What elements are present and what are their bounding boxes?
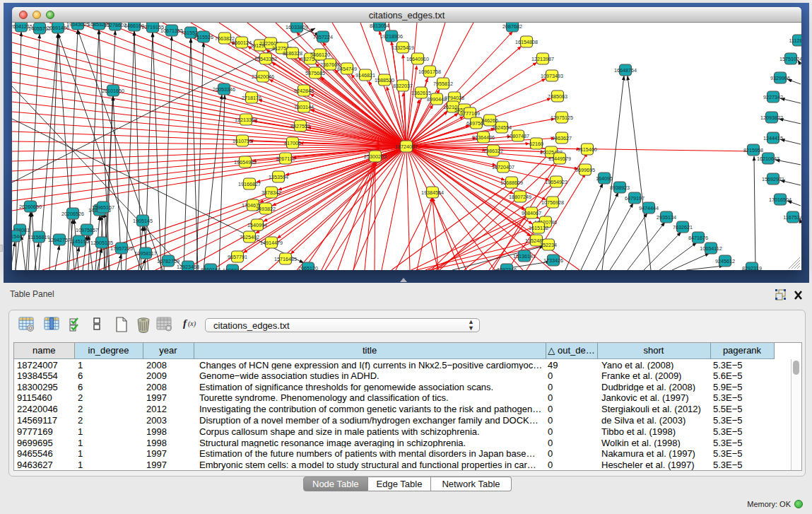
svg-text:9794028: 9794028 — [445, 95, 464, 101]
svg-text:17016504: 17016504 — [769, 197, 792, 203]
svg-text:21364436: 21364436 — [472, 134, 495, 141]
svg-text:12975125: 12975125 — [551, 115, 573, 121]
svg-text:417006: 417006 — [284, 140, 301, 146]
svg-text:1145195: 1145195 — [69, 238, 88, 245]
svg-text:2065120: 2065120 — [298, 265, 318, 271]
svg-text:12093822: 12093822 — [760, 115, 783, 121]
svg-text:10654112: 10654112 — [700, 245, 722, 252]
svg-text:26260650: 26260650 — [19, 204, 42, 210]
svg-text:10671355: 10671355 — [160, 28, 183, 34]
svg-text:10756928: 10756928 — [541, 199, 564, 206]
svg-text:19384554: 19384554 — [421, 189, 444, 196]
svg-text:7632621: 7632621 — [673, 224, 693, 230]
svg-text:15720407: 15720407 — [492, 164, 514, 170]
svg-text:9460184: 9460184 — [201, 267, 220, 271]
svg-text:1733426: 1733426 — [543, 257, 563, 264]
svg-text:9242848: 9242848 — [294, 88, 314, 94]
svg-text:14914479: 14914479 — [260, 240, 283, 246]
svg-text:f: f — [183, 317, 188, 329]
svg-text:9245612: 9245612 — [715, 258, 735, 264]
svg-text:18724007: 18724007 — [395, 144, 418, 150]
svg-text:19343025: 19343025 — [66, 23, 89, 28]
svg-text:13449579: 13449579 — [548, 156, 571, 162]
svg-text:11156819: 11156819 — [28, 234, 50, 240]
svg-text:26053346: 26053346 — [213, 86, 235, 93]
svg-text:7803144: 7803144 — [294, 104, 314, 110]
svg-text:19218906: 19218906 — [380, 33, 403, 40]
svg-text:7986322: 7986322 — [483, 148, 503, 154]
svg-text:8215958: 8215958 — [743, 147, 763, 153]
svg-text:8471676: 8471676 — [688, 235, 708, 241]
svg-text:19166827: 19166827 — [238, 181, 261, 187]
svg-text:17957225: 17957225 — [110, 245, 133, 252]
svg-text:2935134: 2935134 — [657, 214, 676, 221]
svg-text:16033809: 16033809 — [286, 24, 308, 30]
svg-text:(x): (x) — [188, 320, 196, 328]
svg-text:1588520: 1588520 — [375, 77, 394, 83]
svg-text:9657791: 9657791 — [228, 254, 247, 260]
svg-text:10973493: 10973493 — [541, 73, 563, 79]
svg-text:6479197: 6479197 — [625, 195, 645, 201]
svg-text:20206526: 20206526 — [61, 211, 84, 217]
svg-text:16210643: 16210643 — [757, 156, 779, 162]
svg-text:8292319: 8292319 — [742, 265, 762, 271]
svg-text:23420046: 23420046 — [252, 74, 274, 80]
svg-text:3915447: 3915447 — [12, 233, 25, 240]
svg-text:10975857: 10975857 — [76, 227, 98, 233]
svg-text:5875685: 5875685 — [305, 70, 325, 76]
svg-text:15278602: 15278602 — [104, 23, 126, 28]
svg-text:9329966: 9329966 — [770, 75, 790, 81]
svg-text:1610755: 1610755 — [233, 138, 252, 144]
svg-text:9115460: 9115460 — [577, 146, 596, 153]
svg-text:16961758: 16961758 — [418, 69, 441, 75]
svg-text:15716485: 15716485 — [274, 256, 297, 262]
svg-text:8813054: 8813054 — [370, 23, 389, 29]
svg-text:9474444: 9474444 — [639, 205, 659, 211]
svg-text:1362615: 1362615 — [411, 90, 431, 96]
svg-text:13325419: 13325419 — [392, 45, 414, 51]
svg-text:15965167: 15965167 — [92, 204, 114, 211]
svg-text:5466120: 5466120 — [310, 52, 330, 58]
svg-text:8990448: 8990448 — [427, 96, 447, 103]
svg-text:9463627: 9463627 — [552, 135, 572, 141]
svg-text:10543392: 10543392 — [254, 56, 277, 62]
svg-text:8186328: 8186328 — [283, 50, 302, 57]
svg-text:3493822: 3493822 — [256, 206, 276, 212]
svg-text:9227342: 9227342 — [763, 94, 783, 100]
svg-text:3624554: 3624554 — [492, 124, 512, 131]
svg-text:3878342: 3878342 — [261, 189, 281, 196]
svg-text:746266: 746266 — [481, 117, 498, 124]
svg-text:15692971: 15692971 — [762, 176, 784, 182]
svg-text:1167534: 1167534 — [783, 214, 801, 221]
svg-text:9084067: 9084067 — [522, 210, 541, 216]
svg-text:164095: 164095 — [596, 175, 613, 182]
svg-text:12213987: 12213987 — [531, 56, 554, 62]
svg-text:62160: 62160 — [529, 141, 543, 147]
svg-text:7955812: 7955812 — [433, 81, 453, 87]
svg-text:8322037: 8322037 — [393, 83, 413, 89]
svg-text:15751074: 15751074 — [779, 56, 801, 62]
svg-text:9146821: 9146821 — [355, 72, 375, 78]
svg-text:16154808: 16154808 — [515, 39, 538, 45]
svg-text:8938923: 8938923 — [610, 185, 630, 191]
svg-text:8660124: 8660124 — [232, 40, 252, 46]
svg-text:7485063: 7485063 — [548, 93, 567, 100]
svg-text:1905145: 1905145 — [133, 218, 153, 224]
svg-text:12942757: 12942757 — [48, 237, 71, 243]
svg-text:19654982: 19654982 — [234, 159, 257, 165]
svg-text:1353594: 1353594 — [269, 174, 288, 180]
svg-text:2718176: 2718176 — [242, 95, 261, 101]
svg-text:9699695: 9699695 — [575, 167, 595, 173]
svg-text:7625402: 7625402 — [240, 234, 259, 240]
svg-text:19654923: 19654923 — [545, 179, 567, 185]
svg-text:1540994: 1540994 — [247, 222, 267, 228]
svg-text:1615132: 1615132 — [529, 225, 548, 231]
svg-text:10958117: 10958117 — [134, 250, 156, 257]
svg-text:8454749: 8454749 — [337, 66, 357, 72]
svg-text:8427552: 8427552 — [290, 123, 310, 129]
svg-text:12923468: 12923468 — [177, 264, 199, 270]
svg-text:1292346: 1292346 — [497, 267, 517, 271]
svg-text:252234: 252234 — [540, 242, 557, 248]
svg-text:12213369: 12213369 — [235, 117, 257, 123]
svg-text:1996012: 1996012 — [223, 267, 242, 271]
